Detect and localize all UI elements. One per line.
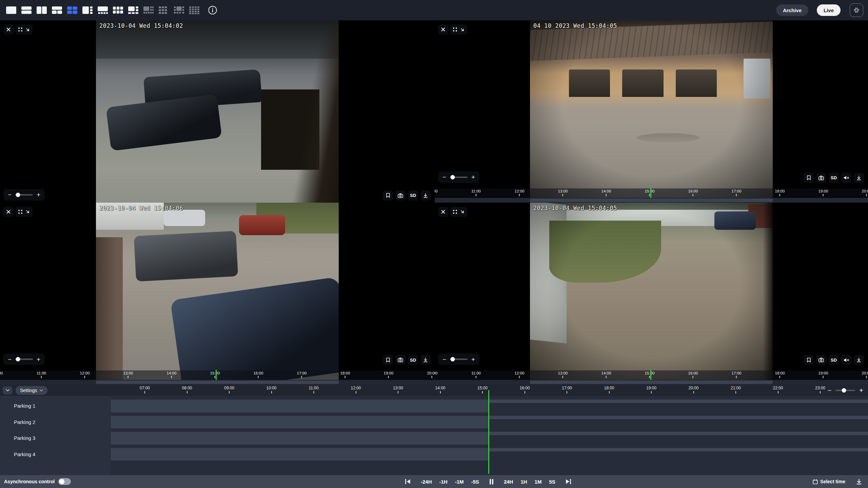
timeline-scrollbar[interactable] [435, 198, 868, 203]
jump-back-1h-button[interactable]: -1H [437, 477, 450, 486]
drag-expand-button[interactable] [450, 207, 467, 217]
collapse-timeline-button[interactable] [3, 386, 12, 394]
camera-2-video[interactable]: 04 10 2023 Wed 15:04:05 [530, 20, 773, 203]
close-camera-button[interactable] [3, 207, 14, 217]
timeline-row[interactable] [111, 414, 868, 430]
timeline-row[interactable] [111, 446, 868, 463]
camera-panel-1[interactable]: 2023-10-04 Wed 15:04:02 − + SD [0, 20, 435, 203]
info-icon[interactable] [205, 3, 220, 17]
video-zoom-slider[interactable]: − + [438, 353, 479, 365]
camera-panel-4[interactable]: 2023-10-04 Wed 15:04:05 − + SD 10:0011:0… [435, 203, 868, 385]
close-camera-button[interactable] [438, 24, 448, 35]
zoom-slider-track[interactable] [15, 359, 33, 360]
timeline-scrollbar[interactable] [0, 380, 435, 385]
jump-fwd-1h-button[interactable]: 1H [518, 477, 530, 486]
sd-quality-button[interactable]: SD [408, 355, 418, 365]
zoom-slider-track[interactable] [450, 359, 468, 360]
close-camera-button[interactable] [3, 24, 14, 35]
layout-two-cols-icon[interactable] [35, 4, 48, 16]
layout-one-top-two-bottom-icon[interactable] [51, 4, 63, 16]
recorded-segment[interactable] [111, 432, 488, 445]
recorded-segment[interactable] [111, 448, 488, 461]
camera-timeline[interactable]: 10:0011:0012:0013:0014:0015:0016:0017:00… [435, 188, 868, 198]
zoom-slider-knob[interactable] [16, 192, 20, 197]
download-button[interactable] [420, 190, 431, 201]
zoom-slider-track[interactable] [835, 390, 855, 391]
drag-expand-button[interactable] [16, 207, 33, 217]
timeline-row-label[interactable]: Parking 4 [0, 446, 111, 463]
jump-back-24h-button[interactable]: -24H [418, 477, 435, 486]
timeline-row-label[interactable]: Parking 3 [0, 430, 111, 446]
snapshot-button[interactable] [816, 173, 826, 183]
pause-button[interactable] [487, 477, 496, 486]
drag-expand-button[interactable] [450, 24, 467, 35]
video-zoom-slider[interactable]: − + [438, 171, 479, 183]
archive-tab-button[interactable]: Archive [776, 4, 808, 16]
camera-timeline[interactable]: 10:0011:0012:0013:0014:0015:0016:0017:00… [0, 370, 435, 380]
zoom-slider-knob[interactable] [451, 357, 455, 362]
timeline-settings-button[interactable]: Settings [16, 386, 47, 395]
main-timeline-playhead[interactable] [488, 390, 489, 474]
camera-timeline[interactable]: 10:0011:0012:0013:0014:0015:0016:0017:00… [435, 370, 868, 380]
layout-grid-2x3-icon[interactable] [112, 4, 124, 16]
mute-button[interactable] [841, 173, 851, 183]
jump-back-1m-button[interactable]: -1M [452, 477, 467, 486]
bookmark-button[interactable] [383, 355, 393, 365]
camera-1-video[interactable]: 2023-10-04 Wed 15:04:02 [96, 20, 339, 203]
close-camera-button[interactable] [438, 207, 448, 217]
live-tab-button[interactable]: Live [817, 4, 841, 16]
layout-two-rows-icon[interactable] [20, 4, 33, 16]
camera-4-video[interactable]: 2023-10-04 Wed 15:04:05 [530, 203, 773, 385]
timeline-scroll-thumb[interactable] [530, 381, 773, 384]
snapshot-button[interactable] [395, 190, 406, 201]
zoom-in-icon[interactable]: + [471, 174, 475, 180]
layout-one-plus-side-icon[interactable] [81, 4, 94, 16]
zoom-out-icon[interactable]: − [828, 387, 832, 394]
zoom-in-icon[interactable]: + [859, 387, 863, 394]
timeline-row[interactable] [111, 398, 868, 414]
export-download-button[interactable] [854, 479, 864, 485]
timeline-row-label[interactable]: Parking 1 [0, 398, 111, 414]
jump-fwd-24h-button[interactable]: 24H [501, 477, 516, 486]
layout-grid-2x2-icon[interactable] [66, 4, 79, 16]
bookmark-button[interactable] [804, 173, 814, 183]
skip-to-end-button[interactable] [563, 477, 574, 486]
camera-3-video[interactable]: 2023-10-04 Wed 15:04:06 [96, 203, 339, 385]
drag-expand-button[interactable] [16, 24, 33, 35]
timeline-zoom-control[interactable]: − + [828, 385, 863, 396]
download-button[interactable] [854, 355, 864, 365]
layout-single-icon[interactable] [5, 4, 18, 16]
download-button[interactable] [420, 355, 431, 365]
zoom-in-icon[interactable]: + [471, 356, 475, 363]
timeline-scroll-thumb[interactable] [96, 381, 339, 384]
recorded-segment[interactable] [111, 416, 488, 429]
zoom-out-icon[interactable]: − [442, 174, 446, 180]
video-zoom-slider[interactable]: − + [3, 189, 45, 201]
zoom-slider-knob[interactable] [16, 357, 20, 362]
recorded-segment[interactable] [111, 400, 488, 412]
zoom-slider-knob[interactable] [451, 175, 455, 179]
async-control-toggle[interactable] [58, 478, 71, 485]
bookmark-button[interactable] [383, 190, 393, 201]
download-button[interactable] [854, 173, 864, 183]
sd-quality-button[interactable]: SD [829, 173, 839, 183]
camera-panel-2[interactable]: 04 10 2023 Wed 15:04:05 − + SD 10:0011:0… [435, 20, 868, 203]
layout-one-plus-bottom-row-icon[interactable] [96, 4, 109, 16]
snapshot-button[interactable] [816, 355, 826, 365]
zoom-in-icon[interactable]: + [37, 356, 40, 363]
sd-quality-button[interactable]: SD [408, 190, 418, 201]
timeline-scroll-thumb[interactable] [530, 199, 773, 202]
timeline-row-label[interactable]: Parking 2 [0, 414, 111, 430]
jump-fwd-5s-button[interactable]: 5S [546, 477, 558, 486]
zoom-slider-track[interactable] [15, 194, 33, 196]
video-zoom-slider[interactable]: − + [3, 353, 45, 365]
jump-back-5s-button[interactable]: -5S [469, 477, 482, 486]
skip-to-start-button[interactable] [402, 477, 413, 486]
zoom-out-icon[interactable]: − [8, 191, 12, 198]
jump-fwd-1m-button[interactable]: 1M [532, 477, 545, 486]
zoom-slider-track[interactable] [450, 177, 468, 178]
zoom-out-icon[interactable]: − [442, 356, 446, 363]
timeline-scrollbar[interactable] [435, 380, 868, 385]
zoom-in-icon[interactable]: + [37, 191, 40, 198]
snapshot-button[interactable] [395, 355, 406, 365]
